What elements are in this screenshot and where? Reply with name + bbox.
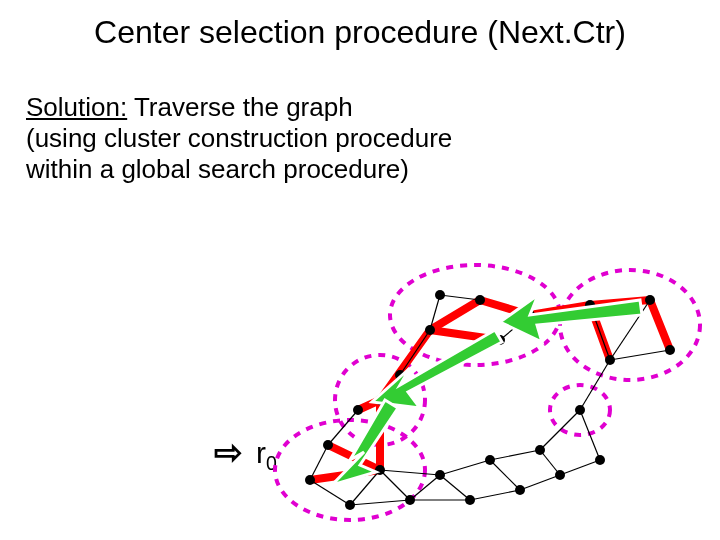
svg-line-31	[610, 350, 670, 360]
svg-line-35	[440, 295, 480, 300]
svg-point-56	[425, 325, 435, 335]
svg-point-53	[353, 405, 363, 415]
svg-line-23	[490, 460, 520, 490]
svg-line-39	[328, 410, 358, 445]
cluster-outline	[560, 270, 700, 380]
solution-label: Solution:	[26, 92, 127, 122]
svg-point-64	[665, 345, 675, 355]
svg-line-28	[560, 460, 600, 475]
svg-point-57	[435, 290, 445, 300]
svg-point-58	[475, 295, 485, 305]
svg-point-48	[515, 485, 525, 495]
svg-point-62	[645, 295, 655, 305]
svg-marker-65	[500, 295, 642, 342]
svg-point-51	[595, 455, 605, 465]
svg-line-20	[440, 475, 470, 500]
svg-line-16	[380, 470, 410, 500]
svg-line-13	[310, 480, 350, 505]
svg-line-25	[520, 475, 560, 490]
svg-line-18	[410, 475, 440, 500]
solution-line2: (using cluster construction procedure	[26, 123, 452, 153]
svg-point-47	[485, 455, 495, 465]
svg-point-46	[465, 495, 475, 505]
svg-line-38	[400, 330, 430, 375]
svg-point-40	[305, 475, 315, 485]
solution-rest: Traverse the graph	[127, 92, 352, 122]
svg-line-22	[470, 490, 520, 500]
svg-line-21	[440, 460, 490, 475]
svg-point-45	[435, 470, 445, 480]
svg-point-41	[323, 440, 333, 450]
svg-point-63	[605, 355, 615, 365]
svg-line-15	[350, 500, 410, 505]
svg-line-17	[380, 470, 440, 475]
svg-point-44	[405, 495, 415, 505]
slide-title: Center selection procedure (Next.Ctr)	[0, 14, 720, 51]
svg-point-43	[375, 465, 385, 475]
svg-line-24	[490, 450, 540, 460]
svg-line-11	[650, 300, 670, 350]
solution-text: Solution: Traverse the graph (using clus…	[26, 92, 452, 186]
graph-diagram	[280, 260, 700, 520]
solution-line3: within a global search procedure)	[26, 154, 409, 184]
svg-marker-66	[372, 330, 502, 408]
svg-point-50	[555, 470, 565, 480]
svg-point-49	[535, 445, 545, 455]
svg-point-42	[345, 500, 355, 510]
right-arrow-icon: ⇨	[214, 432, 242, 472]
svg-line-27	[540, 410, 580, 450]
svg-point-52	[575, 405, 585, 415]
svg-line-29	[580, 410, 600, 460]
